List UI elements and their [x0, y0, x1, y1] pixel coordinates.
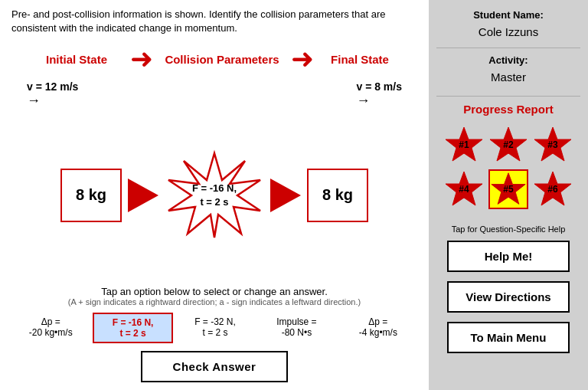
stars-grid: #1 #2 #3 #4 #5 [444, 125, 573, 209]
view-directions-button[interactable]: View Directions [447, 281, 570, 313]
final-velocity: v = 8 m/s → [356, 80, 402, 109]
instructions-text: Pre- and post-collision information is s… [11, 8, 417, 35]
star-5[interactable]: #5 [488, 169, 528, 209]
right-panel: Student Name: Cole Izzuns Activity: Mast… [429, 0, 588, 390]
activity-label: Activity: [488, 54, 528, 66]
divider-1 [436, 48, 580, 48]
initial-velocity: v = 12 m/s → [27, 80, 78, 109]
activity-value: Master [491, 70, 526, 84]
arrow-2: ➜ [291, 45, 314, 73]
student-name-value: Cole Izzuns [479, 25, 538, 38]
collision-params-label: Collision Parameters [161, 53, 283, 66]
star-6-label: #6 [547, 184, 557, 195]
left-panel: Pre- and post-collision information is s… [0, 0, 429, 390]
final-velocity-arrow: → [356, 93, 370, 109]
star-1[interactable]: #1 [444, 125, 484, 165]
right-arrow [270, 179, 301, 212]
progress-report-label: Progress Report [463, 103, 554, 116]
help-button[interactable]: Help Me! [447, 241, 570, 272]
star-5-label: #5 [503, 184, 513, 195]
star-2-label: #2 [503, 139, 513, 150]
initial-state-label: Initial State [31, 53, 122, 66]
options-hint: Tap an option below to select or change … [11, 286, 417, 306]
option-2[interactable]: F = -16 N, t = 2 s [93, 313, 172, 343]
options-hint-sub: (A + sign indicates a rightward directio… [11, 297, 417, 306]
arrow-1: ➜ [130, 45, 153, 73]
flow-labels-row: Initial State ➜ Collision Parameters ➜ F… [11, 45, 417, 73]
star-3[interactable]: #3 [533, 125, 573, 165]
option-5[interactable]: Δp = -4 kg•m/s [339, 313, 417, 343]
star-3-label: #3 [547, 139, 557, 150]
left-mass-box: 8 kg [60, 169, 122, 222]
divider-2 [436, 96, 580, 97]
star-6[interactable]: #6 [533, 169, 573, 209]
options-hint-main: Tap an option below to select or change … [11, 286, 417, 297]
option-3[interactable]: F = -32 N, t = 2 s [176, 313, 254, 343]
star-2[interactable]: #2 [488, 125, 528, 165]
final-state-label: Final State [322, 53, 398, 66]
star-4-label: #4 [459, 184, 469, 195]
star-4[interactable]: #4 [444, 169, 484, 209]
check-answer-wrapper: Check Answer [11, 351, 417, 382]
student-name-label: Student Name: [473, 9, 544, 21]
star-1-label: #1 [459, 139, 469, 150]
check-answer-button[interactable]: Check Answer [141, 351, 289, 382]
option-1[interactable]: Δp = -20 kg•m/s [11, 313, 90, 343]
left-arrow [128, 179, 158, 212]
main-menu-button[interactable]: To Main Menu [447, 322, 570, 353]
velocity-row: v = 12 m/s → v = 8 m/s → [11, 80, 417, 109]
burst-text: F = -16 N, t = 2 s [192, 182, 237, 209]
right-mass-box: 8 kg [307, 169, 368, 222]
diagram-row: 8 kg F = -16 N, t = 2 s 8 kg [11, 110, 417, 280]
option-4[interactable]: Impulse = -80 N•s [257, 313, 335, 343]
collision-burst: F = -16 N, t = 2 s [165, 149, 264, 241]
options-row: Δp = -20 kg•m/s F = -16 N, t = 2 s F = -… [11, 313, 417, 343]
help-label: Tap for Question-Specific Help [452, 224, 566, 234]
initial-velocity-arrow: → [27, 93, 41, 109]
